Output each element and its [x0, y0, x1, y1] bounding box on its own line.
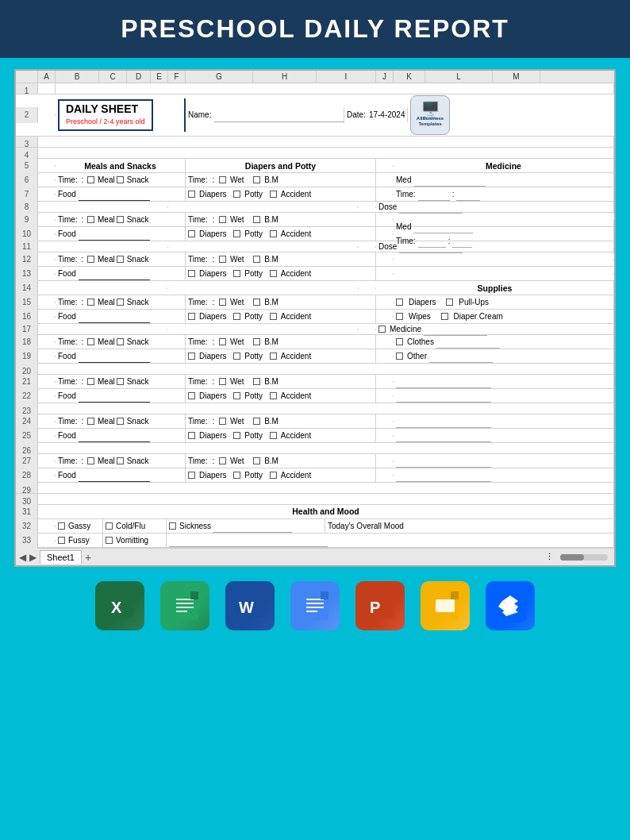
wet-checkbox-1[interactable]: [219, 176, 226, 183]
medicine-header: Medicine: [394, 159, 614, 173]
vomitting-chk[interactable]: [106, 537, 113, 544]
sickness-chk[interactable]: [169, 522, 176, 530]
row-8: 8 Dose: [16, 202, 614, 213]
spreadsheet: A B C D E F G H I J K L M 1 2: [14, 69, 616, 567]
med-value-1[interactable]: [414, 173, 486, 187]
supplies-pullups-label: Pull-Ups: [459, 296, 489, 309]
main-content: A B C D E F G H I J K L M 1 2: [0, 58, 630, 840]
page-title: PRESCHOOL DAILY REPORT: [0, 14, 630, 44]
diaper-time-2: Time: : Wet B.M: [186, 213, 376, 227]
app-icons-bar: X W: [14, 567, 616, 638]
meal-checkbox-1[interactable]: [87, 176, 94, 183]
row-25: 25 Food Diapers Potty Accident: [16, 429, 614, 443]
bm-checkbox-2[interactable]: [253, 216, 260, 223]
page-header: PRESCHOOL DAILY REPORT: [0, 0, 630, 58]
fussy-label: Fussy: [68, 534, 90, 547]
row-28: 28 Food Diapers Potty Accident: [16, 468, 614, 483]
diaper-row-3: Diapers Potty Accident: [186, 267, 376, 281]
row-26: 26: [16, 443, 614, 454]
row-12: 12 Time: : Meal Snack Time: : Wet B.M: [16, 252, 614, 267]
col-j-header: J: [376, 71, 394, 83]
dose-val-1[interactable]: [399, 200, 463, 214]
title-block: DAILY SHEET Preschool / 2-4 years old: [56, 98, 186, 132]
cold-flu-label: Cold/Flu: [116, 520, 145, 533]
meal-time-3: Time: : Meal Snack: [56, 252, 186, 267]
logo-text: AllBusinessTemplates: [417, 116, 444, 127]
meal-time-1: Time: : Meal Snack: [56, 173, 186, 187]
health-mood-header: Health and Mood: [292, 507, 359, 516]
add-sheet-button[interactable]: +: [85, 551, 91, 564]
snack-checkbox-2[interactable]: [117, 216, 124, 223]
tab-nav-right[interactable]: ▶: [29, 552, 36, 563]
diaper-row-2: Diapers Potty Accident: [186, 227, 376, 241]
supplies-diapercream-chk[interactable]: [441, 313, 448, 320]
sheet-subtitle: Preschool / 2-4 years old: [66, 115, 145, 128]
row-17: 17 Medicine: [16, 324, 614, 335]
name-field-area: Name:: [186, 108, 344, 123]
food-value-1[interactable]: [79, 187, 150, 201]
fussy-chk[interactable]: [58, 537, 65, 544]
col-c-header: C: [99, 71, 127, 83]
gassy-label: Gassy: [68, 520, 90, 533]
excel-icon[interactable]: X: [95, 581, 144, 630]
row-30: 30: [16, 494, 614, 505]
google-sheets-icon[interactable]: [160, 581, 209, 630]
supplies-clothes-chk[interactable]: [396, 338, 403, 345]
supplies-diapers-chk[interactable]: [396, 299, 403, 306]
diapers-header: Diapers and Potty: [186, 159, 376, 173]
diaper-row-1: Diapers Potty Accident: [186, 187, 376, 202]
overall-mood-label: Today's Overall Mood: [328, 520, 404, 533]
google-docs-icon[interactable]: [290, 581, 340, 630]
diaper-time-1: Time: : Wet B.M: [186, 173, 376, 187]
row-32: 32 Gassy Cold/Flu Sickness Today's Overa…: [16, 519, 614, 534]
word-icon[interactable]: W: [225, 581, 275, 630]
col-a-header: A: [38, 71, 56, 83]
supplies-clothes-label: Clothes: [407, 336, 434, 349]
powerpoint-icon[interactable]: P: [355, 581, 405, 630]
svg-rect-8: [190, 591, 198, 599]
accident-checkbox-1[interactable]: [270, 191, 277, 198]
food-row-5: Food: [56, 349, 186, 364]
diaper-checkbox-1[interactable]: [188, 191, 195, 198]
meal-time-2: Time: : Meal Snack: [56, 213, 186, 227]
dropbox-icon[interactable]: [486, 581, 535, 630]
supplies-medicine-chk[interactable]: [378, 326, 386, 333]
meal-checkbox-2[interactable]: [87, 216, 94, 223]
svg-rect-23: [451, 591, 459, 599]
fussy-field: Fussy: [56, 534, 103, 548]
row-33: 33 Fussy Vomitting: [16, 534, 614, 548]
supplies-wipes-chk[interactable]: [396, 313, 403, 320]
cold-flu-chk[interactable]: [106, 522, 113, 530]
col-i-header: I: [317, 71, 376, 83]
bm-checkbox-1[interactable]: [253, 176, 260, 183]
svg-rect-14: [306, 607, 324, 608]
diaper-row-6: Diapers Potty Accident: [186, 389, 376, 403]
supplies-other-label: Other: [407, 350, 427, 363]
svg-rect-13: [306, 603, 324, 604]
food-row-1: Food: [56, 187, 186, 202]
meal-time-8: Time: : Meal Snack: [56, 454, 186, 468]
row-21: 21 Time: : Meal Snack Time: : Wet B.M: [16, 375, 614, 389]
logo-area: 🖥️ AllBusinessTemplates: [408, 94, 455, 136]
vomitting-label: Vomitting: [116, 534, 148, 547]
tab-nav-left[interactable]: ◀: [19, 552, 26, 563]
col-k-header: K: [394, 71, 425, 83]
vomitting-field: Vomitting: [103, 534, 167, 548]
sheet-content: 1 2 DAILY SHEET Preschool / 2-4 years ol…: [16, 83, 614, 548]
supplies-diapers-label: Diapers: [409, 296, 436, 309]
scroll-bar[interactable]: ⋮: [545, 552, 611, 562]
supplies-other-chk[interactable]: [396, 353, 403, 360]
diaper-time-5: Time: : Wet B.M: [186, 335, 376, 349]
col-e-header: E: [151, 71, 168, 83]
wet-checkbox-2[interactable]: [219, 216, 226, 223]
snack-checkbox-1[interactable]: [117, 176, 124, 183]
supplies-pullups-chk[interactable]: [446, 299, 453, 306]
row-18: 18 Time: : Meal Snack Time: : Wet B.M: [16, 335, 614, 349]
gassy-chk[interactable]: [58, 522, 65, 530]
diaper-time-7: Time: : Wet B.M: [186, 414, 376, 429]
svg-rect-5: [176, 607, 194, 608]
sheet-tab[interactable]: Sheet1: [40, 550, 82, 564]
potty-checkbox-1[interactable]: [233, 191, 240, 198]
google-slides-icon[interactable]: [421, 581, 470, 630]
name-input[interactable]: [214, 109, 344, 122]
